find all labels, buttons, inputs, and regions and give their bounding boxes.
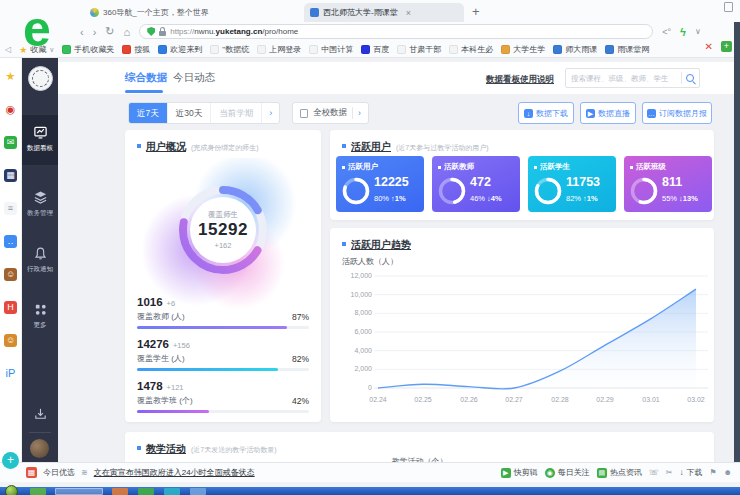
side-app-icon[interactable]: ☺ bbox=[4, 334, 17, 347]
sidebar-item-notice[interactable]: 行政通知 bbox=[22, 246, 58, 274]
taskbar-app-icon[interactable] bbox=[190, 488, 206, 495]
cut-icon[interactable]: ✕ bbox=[705, 41, 713, 52]
taskbar-app-icon[interactable] bbox=[138, 488, 154, 495]
bookmark-favicon bbox=[361, 45, 370, 54]
browser-chrome: e 360导航_一个主页，整个世界 西北师范大学-雨课堂 × + ‹ › ↻ ⌂… bbox=[0, 0, 740, 58]
user-avatar[interactable] bbox=[30, 439, 49, 458]
bookmark-item[interactable]: 欢迎来到 bbox=[158, 44, 202, 55]
hot-news-tool[interactable]: ▤热点资讯 bbox=[597, 467, 642, 478]
bookmark-item[interactable]: 百度 bbox=[361, 44, 389, 55]
bookmark-item[interactable]: 甘肃干部 bbox=[397, 44, 441, 55]
donut-value: 15292 bbox=[181, 220, 265, 240]
ticker-icon: ≋ bbox=[81, 468, 88, 477]
bookmark-item[interactable]: 中国计算 bbox=[309, 44, 353, 55]
daily-follow-tool[interactable]: ◉每日关注 bbox=[545, 467, 590, 478]
side-app-icon[interactable]: ✉ bbox=[4, 136, 17, 149]
data-live-button[interactable]: ▶ 数据直播 bbox=[580, 102, 636, 124]
tab-list-icon[interactable] bbox=[724, 2, 733, 12]
favorites-root[interactable]: ★ 收藏 ∨ bbox=[19, 44, 54, 55]
side-app-icon[interactable]: ◉ bbox=[4, 103, 17, 116]
accelerator-icon[interactable]: ϟ bbox=[680, 26, 686, 38]
filter-30days[interactable]: 近30天 bbox=[168, 103, 211, 123]
search-input[interactable] bbox=[571, 74, 677, 83]
progress-track bbox=[137, 326, 309, 329]
scissors-icon[interactable]: ✂ bbox=[666, 468, 673, 477]
browser-tab-2-active[interactable]: 西北师范大学-雨课堂 × bbox=[304, 3, 464, 22]
dashboard-help-link[interactable]: 数据看板使用说明 bbox=[436, 74, 554, 86]
time-chevron-icon[interactable]: › bbox=[262, 103, 279, 123]
scope-select[interactable]: 全校数据 › bbox=[292, 102, 369, 124]
windows-taskbar[interactable] bbox=[0, 487, 740, 495]
y-tick-label: 10,000 bbox=[332, 291, 372, 298]
side-app-icon[interactable]: H bbox=[4, 301, 17, 314]
side-app-icon[interactable]: ‥ bbox=[4, 235, 17, 248]
sidebar-item-more[interactable]: 更多 bbox=[22, 302, 58, 330]
bookmark-item[interactable]: 手机收藏夹 bbox=[62, 44, 114, 55]
star-icon: ★ bbox=[19, 45, 27, 55]
filter-semester[interactable]: 当前学期 bbox=[211, 103, 262, 123]
taskbar-app-icon[interactable] bbox=[112, 488, 128, 495]
tab-close-icon[interactable]: × bbox=[406, 8, 411, 18]
browser-tab-1[interactable]: 360导航_一个主页，整个世界 bbox=[84, 3, 300, 22]
search-box[interactable] bbox=[565, 68, 700, 88]
x-tick-label: 02.29 bbox=[585, 396, 625, 403]
side-app-icon[interactable]: ▦ bbox=[4, 169, 17, 182]
bookmark-item[interactable]: 大学生学 bbox=[501, 44, 545, 55]
url-text: https://nwnu.yuketang.cn/pro/home bbox=[170, 27, 298, 36]
side-app-icon[interactable]: iP bbox=[4, 367, 17, 380]
side-app-icon[interactable]: ★ bbox=[4, 70, 17, 83]
tab2-title: 西北师范大学-雨课堂 bbox=[323, 7, 398, 18]
quick-clip-tool[interactable]: ▶快剪辑 bbox=[501, 467, 538, 478]
taskbar-app-icon[interactable] bbox=[30, 488, 46, 495]
data-download-button[interactable]: ↓ 数据下载 bbox=[518, 102, 574, 124]
taskbar-app-icon[interactable] bbox=[164, 488, 180, 495]
flag-icon[interactable]: ⚑ bbox=[709, 468, 716, 477]
gift-icon[interactable]: ▦ bbox=[26, 467, 37, 478]
promo-label[interactable]: 今日优选 bbox=[43, 467, 75, 478]
bookmark-item[interactable]: 本科生必 bbox=[449, 44, 493, 55]
sidebar-item-dashboard[interactable]: 数据看板 bbox=[22, 115, 58, 165]
chevron-down-icon[interactable]: ∨ bbox=[695, 27, 701, 36]
start-button[interactable] bbox=[5, 485, 18, 495]
filter-7days[interactable]: 近7天 bbox=[129, 103, 168, 123]
bookmark-item[interactable]: 上网登录 bbox=[257, 44, 301, 55]
tab-today-activity[interactable]: 今日动态 bbox=[173, 71, 215, 85]
search-icon[interactable] bbox=[686, 74, 694, 82]
sidebar-item-academic[interactable]: 教务管理 bbox=[22, 190, 58, 218]
sidebar-download-button[interactable] bbox=[22, 406, 58, 422]
news-icon: ▤ bbox=[597, 468, 607, 478]
back-icon[interactable]: ‹ bbox=[80, 26, 84, 38]
new-tab-button[interactable]: + bbox=[472, 4, 480, 19]
collapse-bookmarks-icon[interactable]: ◁ bbox=[5, 45, 11, 54]
bookmark-item[interactable]: "数据统 bbox=[210, 44, 249, 55]
tab-overview-data[interactable]: 综合数据 bbox=[125, 71, 167, 85]
side-app-icon[interactable]: ☺ bbox=[4, 268, 17, 281]
downloads-tool[interactable]: ↓下载 bbox=[679, 467, 702, 478]
active-users-trend-card: 活跃用户趋势 活跃人数（人） 12,00010,0008,0006,0004,0… bbox=[330, 228, 714, 422]
bookmark-favicon bbox=[62, 45, 71, 54]
home-icon[interactable]: ⌂ bbox=[124, 26, 131, 38]
address-bar[interactable]: https://nwnu.yuketang.cn/pro/home bbox=[139, 24, 653, 39]
stat-teachers: 1016+6 覆盖教师 (人) 87% bbox=[137, 296, 309, 329]
snapshot-icon[interactable]: + bbox=[721, 41, 732, 52]
y-tick-label: 12,000 bbox=[332, 272, 372, 279]
phone-icon[interactable]: ☏ bbox=[649, 468, 659, 477]
share-icon[interactable]: <° bbox=[662, 27, 671, 37]
sidebar-toggle-button[interactable]: + bbox=[2, 452, 19, 469]
app-sidebar: 数据看板 教务管理 行政通知 更多 bbox=[22, 58, 58, 462]
account-icon[interactable]: ☻ bbox=[724, 468, 732, 477]
bookmark-item[interactable]: 搜狐 bbox=[122, 44, 150, 55]
taskbar-active-window[interactable] bbox=[55, 488, 103, 495]
user-overview-card: 用户概况 (完成身份绑定的师生) bbox=[125, 130, 321, 422]
side-app-icon[interactable]: ≡ bbox=[4, 202, 17, 215]
subscribe-report-button[interactable]: … 订阅数据月报 bbox=[642, 102, 712, 124]
forward-icon[interactable]: › bbox=[93, 26, 97, 38]
bookmark-item[interactable]: 雨课堂网 bbox=[605, 44, 649, 55]
bookmark-favicon bbox=[122, 45, 131, 54]
scope-divider bbox=[352, 107, 353, 119]
refresh-icon[interactable]: ↻ bbox=[105, 25, 114, 38]
news-ticker[interactable]: 文在寅宣布韩国政府进入24小时全面戒备状态 bbox=[94, 467, 255, 478]
bookmark-favicon bbox=[309, 45, 318, 54]
coverage-donut-chart: 覆盖师生 15292 +162 bbox=[143, 158, 303, 308]
bookmark-item[interactable]: 师大雨课 bbox=[553, 44, 597, 55]
